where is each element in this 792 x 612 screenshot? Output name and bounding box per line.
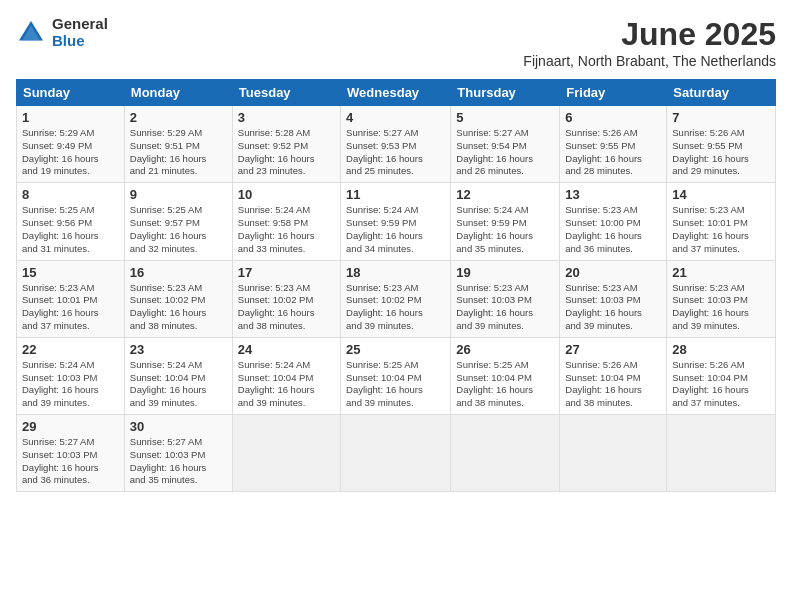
calendar-cell (341, 415, 451, 492)
calendar-cell: 22Sunrise: 5:24 AM Sunset: 10:03 PM Dayl… (17, 337, 125, 414)
day-details: Sunrise: 5:23 AM Sunset: 10:01 PM Daylig… (672, 204, 770, 255)
day-details: Sunrise: 5:28 AM Sunset: 9:52 PM Dayligh… (238, 127, 335, 178)
day-number: 28 (672, 342, 770, 357)
week-row-3: 15Sunrise: 5:23 AM Sunset: 10:01 PM Dayl… (17, 260, 776, 337)
day-details: Sunrise: 5:23 AM Sunset: 10:03 PM Daylig… (456, 282, 554, 333)
day-number: 12 (456, 187, 554, 202)
col-header-friday: Friday (560, 80, 667, 106)
logo-general-text: General (52, 16, 108, 33)
day-number: 10 (238, 187, 335, 202)
col-header-tuesday: Tuesday (232, 80, 340, 106)
col-header-monday: Monday (124, 80, 232, 106)
day-details: Sunrise: 5:27 AM Sunset: 10:03 PM Daylig… (130, 436, 227, 487)
day-details: Sunrise: 5:29 AM Sunset: 9:51 PM Dayligh… (130, 127, 227, 178)
day-number: 19 (456, 265, 554, 280)
calendar-cell: 17Sunrise: 5:23 AM Sunset: 10:02 PM Dayl… (232, 260, 340, 337)
logo: General Blue (16, 16, 108, 49)
calendar-cell: 28Sunrise: 5:26 AM Sunset: 10:04 PM Dayl… (667, 337, 776, 414)
day-details: Sunrise: 5:26 AM Sunset: 10:04 PM Daylig… (565, 359, 661, 410)
calendar-cell: 26Sunrise: 5:25 AM Sunset: 10:04 PM Dayl… (451, 337, 560, 414)
calendar-cell: 16Sunrise: 5:23 AM Sunset: 10:02 PM Dayl… (124, 260, 232, 337)
calendar-cell: 8Sunrise: 5:25 AM Sunset: 9:56 PM Daylig… (17, 183, 125, 260)
calendar-header-row: SundayMondayTuesdayWednesdayThursdayFrid… (17, 80, 776, 106)
calendar-cell: 24Sunrise: 5:24 AM Sunset: 10:04 PM Dayl… (232, 337, 340, 414)
calendar-cell: 25Sunrise: 5:25 AM Sunset: 10:04 PM Dayl… (341, 337, 451, 414)
calendar-cell: 23Sunrise: 5:24 AM Sunset: 10:04 PM Dayl… (124, 337, 232, 414)
day-details: Sunrise: 5:23 AM Sunset: 10:01 PM Daylig… (22, 282, 119, 333)
header: General Blue June 2025 Fijnaart, North B… (16, 16, 776, 69)
day-number: 20 (565, 265, 661, 280)
location: Fijnaart, North Brabant, The Netherlands (523, 53, 776, 69)
day-details: Sunrise: 5:27 AM Sunset: 9:54 PM Dayligh… (456, 127, 554, 178)
day-number: 21 (672, 265, 770, 280)
day-details: Sunrise: 5:26 AM Sunset: 9:55 PM Dayligh… (565, 127, 661, 178)
calendar-cell: 18Sunrise: 5:23 AM Sunset: 10:02 PM Dayl… (341, 260, 451, 337)
calendar-cell: 21Sunrise: 5:23 AM Sunset: 10:03 PM Dayl… (667, 260, 776, 337)
day-number: 14 (672, 187, 770, 202)
calendar-cell: 9Sunrise: 5:25 AM Sunset: 9:57 PM Daylig… (124, 183, 232, 260)
calendar-cell: 29Sunrise: 5:27 AM Sunset: 10:03 PM Dayl… (17, 415, 125, 492)
day-details: Sunrise: 5:23 AM Sunset: 10:02 PM Daylig… (238, 282, 335, 333)
logo-icon (16, 18, 46, 48)
day-details: Sunrise: 5:24 AM Sunset: 10:04 PM Daylig… (238, 359, 335, 410)
day-details: Sunrise: 5:29 AM Sunset: 9:49 PM Dayligh… (22, 127, 119, 178)
day-number: 3 (238, 110, 335, 125)
day-details: Sunrise: 5:25 AM Sunset: 9:57 PM Dayligh… (130, 204, 227, 255)
week-row-5: 29Sunrise: 5:27 AM Sunset: 10:03 PM Dayl… (17, 415, 776, 492)
calendar-cell: 1Sunrise: 5:29 AM Sunset: 9:49 PM Daylig… (17, 106, 125, 183)
day-number: 6 (565, 110, 661, 125)
day-number: 16 (130, 265, 227, 280)
col-header-wednesday: Wednesday (341, 80, 451, 106)
day-number: 7 (672, 110, 770, 125)
col-header-thursday: Thursday (451, 80, 560, 106)
calendar-cell: 30Sunrise: 5:27 AM Sunset: 10:03 PM Dayl… (124, 415, 232, 492)
calendar-cell: 12Sunrise: 5:24 AM Sunset: 9:59 PM Dayli… (451, 183, 560, 260)
calendar-cell (451, 415, 560, 492)
day-number: 2 (130, 110, 227, 125)
calendar-cell: 10Sunrise: 5:24 AM Sunset: 9:58 PM Dayli… (232, 183, 340, 260)
day-number: 24 (238, 342, 335, 357)
day-details: Sunrise: 5:23 AM Sunset: 10:02 PM Daylig… (346, 282, 445, 333)
day-number: 30 (130, 419, 227, 434)
day-number: 5 (456, 110, 554, 125)
calendar-cell: 13Sunrise: 5:23 AM Sunset: 10:00 PM Dayl… (560, 183, 667, 260)
calendar-cell: 3Sunrise: 5:28 AM Sunset: 9:52 PM Daylig… (232, 106, 340, 183)
day-number: 22 (22, 342, 119, 357)
day-details: Sunrise: 5:23 AM Sunset: 10:00 PM Daylig… (565, 204, 661, 255)
day-details: Sunrise: 5:24 AM Sunset: 9:58 PM Dayligh… (238, 204, 335, 255)
week-row-4: 22Sunrise: 5:24 AM Sunset: 10:03 PM Dayl… (17, 337, 776, 414)
calendar: SundayMondayTuesdayWednesdayThursdayFrid… (16, 79, 776, 492)
day-number: 18 (346, 265, 445, 280)
calendar-cell: 20Sunrise: 5:23 AM Sunset: 10:03 PM Dayl… (560, 260, 667, 337)
day-details: Sunrise: 5:27 AM Sunset: 9:53 PM Dayligh… (346, 127, 445, 178)
day-details: Sunrise: 5:24 AM Sunset: 10:03 PM Daylig… (22, 359, 119, 410)
day-number: 11 (346, 187, 445, 202)
day-number: 27 (565, 342, 661, 357)
day-details: Sunrise: 5:23 AM Sunset: 10:02 PM Daylig… (130, 282, 227, 333)
calendar-cell: 19Sunrise: 5:23 AM Sunset: 10:03 PM Dayl… (451, 260, 560, 337)
day-number: 29 (22, 419, 119, 434)
calendar-cell: 15Sunrise: 5:23 AM Sunset: 10:01 PM Dayl… (17, 260, 125, 337)
month-title: June 2025 (523, 16, 776, 53)
day-number: 8 (22, 187, 119, 202)
day-number: 1 (22, 110, 119, 125)
day-details: Sunrise: 5:25 AM Sunset: 10:04 PM Daylig… (346, 359, 445, 410)
day-number: 17 (238, 265, 335, 280)
day-details: Sunrise: 5:26 AM Sunset: 9:55 PM Dayligh… (672, 127, 770, 178)
day-number: 13 (565, 187, 661, 202)
week-row-2: 8Sunrise: 5:25 AM Sunset: 9:56 PM Daylig… (17, 183, 776, 260)
day-details: Sunrise: 5:24 AM Sunset: 9:59 PM Dayligh… (456, 204, 554, 255)
calendar-cell: 11Sunrise: 5:24 AM Sunset: 9:59 PM Dayli… (341, 183, 451, 260)
calendar-cell: 7Sunrise: 5:26 AM Sunset: 9:55 PM Daylig… (667, 106, 776, 183)
day-details: Sunrise: 5:26 AM Sunset: 10:04 PM Daylig… (672, 359, 770, 410)
calendar-cell: 6Sunrise: 5:26 AM Sunset: 9:55 PM Daylig… (560, 106, 667, 183)
day-number: 4 (346, 110, 445, 125)
page: General Blue June 2025 Fijnaart, North B… (0, 0, 792, 502)
calendar-cell (667, 415, 776, 492)
calendar-cell: 2Sunrise: 5:29 AM Sunset: 9:51 PM Daylig… (124, 106, 232, 183)
day-details: Sunrise: 5:23 AM Sunset: 10:03 PM Daylig… (565, 282, 661, 333)
day-number: 23 (130, 342, 227, 357)
day-details: Sunrise: 5:25 AM Sunset: 9:56 PM Dayligh… (22, 204, 119, 255)
day-number: 15 (22, 265, 119, 280)
col-header-saturday: Saturday (667, 80, 776, 106)
